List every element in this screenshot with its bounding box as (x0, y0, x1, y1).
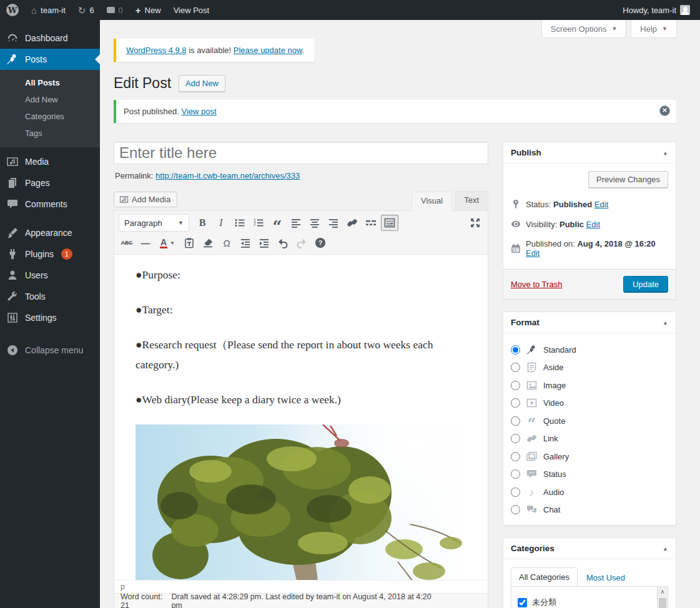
chevron-down-icon: ▼ (178, 220, 184, 226)
tab-visual[interactable]: Visual (412, 192, 452, 211)
numbered-list-button[interactable]: 12 (250, 215, 267, 231)
sidebar-item-posts[interactable]: Posts (0, 49, 100, 70)
blockquote-button[interactable]: “ (269, 215, 286, 231)
site-name-menu[interactable]: ⌂ team-it (25, 0, 72, 20)
bold-button[interactable]: B (194, 215, 211, 231)
sidebar-item-media[interactable]: Media (0, 151, 100, 172)
paragraph-format-dropdown[interactable]: Paragraph ▼ (119, 214, 189, 232)
toolbar-toggle-button[interactable] (381, 215, 398, 231)
my-account-menu[interactable]: Howdy, team-it (620, 0, 693, 20)
toggle-panel-icon[interactable]: ▲ (663, 546, 668, 552)
sidebar-item-settings[interactable]: Settings (0, 307, 100, 328)
format-radio-audio[interactable] (511, 488, 520, 497)
category-list-scrollbar[interactable]: ˄ (657, 587, 668, 608)
help-button[interactable]: Help ▼ (631, 20, 677, 38)
update-now-link[interactable]: Please update now (234, 46, 302, 55)
format-radio-quote[interactable] (511, 416, 520, 426)
format-option-audio[interactable]: ♪ Audio (511, 483, 668, 501)
insert-link-button[interactable] (343, 215, 361, 231)
format-radio-chat[interactable] (511, 505, 520, 514)
format-option-status[interactable]: Status (511, 466, 668, 484)
wordpress-logo-menu[interactable]: W (0, 0, 25, 20)
decrease-indent-button[interactable] (237, 235, 254, 251)
format-option-aside[interactable]: Aside (511, 359, 668, 377)
format-radio-video[interactable] (511, 398, 520, 408)
screen-options-button[interactable]: Screen Options ▼ (541, 20, 627, 38)
sidebar-item-plugins[interactable]: Plugins 1 (0, 243, 100, 265)
comments-menu[interactable]: 0 (101, 0, 129, 20)
tab-all-categories[interactable]: All Categories (511, 567, 578, 587)
move-to-trash-link[interactable]: Move to Trash (511, 280, 562, 289)
format-option-video[interactable]: Video (511, 395, 668, 413)
format-radio-gallery[interactable] (511, 452, 520, 461)
format-option-image[interactable]: Image (511, 376, 668, 395)
edit-status-link[interactable]: Edit (594, 200, 608, 209)
insert-more-tag-button[interactable] (362, 215, 380, 231)
sidebar-item-all-posts[interactable]: All Posts (0, 74, 100, 91)
post-title-input[interactable] (114, 142, 488, 164)
format-option-gallery[interactable]: Gallery (511, 448, 668, 466)
format-radio-status[interactable] (511, 469, 520, 479)
align-left-button[interactable] (287, 215, 305, 231)
view-post-menu[interactable]: View Post (167, 0, 216, 20)
sidebar-item-tools[interactable]: Tools (0, 286, 100, 307)
categories-box-header[interactable]: Categories ▲ (503, 538, 676, 559)
toggle-panel-icon[interactable]: ▲ (663, 320, 668, 326)
editor-element-path[interactable]: p (114, 580, 488, 593)
format-option-standard[interactable]: Standard (511, 341, 668, 359)
format-radio-link[interactable] (511, 434, 520, 443)
category-item[interactable]: 未分類 (518, 594, 650, 608)
sidebar-item-comments[interactable]: Comments (0, 194, 100, 215)
keyboard-shortcuts-button[interactable]: ? (312, 235, 329, 251)
sidebar-item-dashboard[interactable]: Dashboard (0, 27, 100, 49)
sidebar-item-categories[interactable]: Categories (0, 108, 100, 125)
autosave-message: Draft saved at 4:28:29 pm. Last edited b… (171, 592, 488, 608)
collapse-menu-button[interactable]: Collapse menu (0, 340, 100, 361)
sidebar-item-add-new[interactable]: Add New (0, 91, 100, 108)
tab-most-used[interactable]: Most Used (578, 569, 634, 587)
bulleted-list-button[interactable] (231, 215, 249, 231)
paste-as-text-button[interactable] (180, 235, 198, 251)
special-character-button[interactable]: Ω (218, 235, 235, 251)
italic-button[interactable]: I (212, 215, 230, 231)
wordpress-version-link[interactable]: WordPress 4.9.8 (126, 46, 187, 55)
publish-box-header[interactable]: Publish ▲ (503, 142, 676, 164)
align-center-button[interactable] (306, 215, 323, 231)
format-option-chat[interactable]: Chat (511, 501, 668, 519)
sidebar-item-users[interactable]: Users (0, 265, 100, 286)
format-box-header[interactable]: Format ▲ (503, 312, 676, 333)
strikethrough-button[interactable]: ABC (118, 235, 136, 251)
view-post-link[interactable]: View post (182, 107, 217, 116)
format-radio-standard[interactable] (511, 345, 520, 355)
edit-visibility-link[interactable]: Edit (586, 220, 600, 229)
post-status-icon (511, 199, 521, 209)
updates-menu[interactable]: ↻ 6 (72, 0, 101, 20)
align-right-button[interactable] (325, 215, 342, 231)
horizontal-rule-button[interactable]: — (137, 235, 154, 251)
scroll-up-icon[interactable]: ˄ (658, 587, 668, 597)
category-checkbox[interactable] (518, 598, 527, 607)
add-media-button[interactable]: Add Media (114, 192, 177, 207)
clear-formatting-button[interactable] (199, 235, 217, 251)
new-content-menu[interactable]: + New (129, 0, 167, 20)
distraction-free-button[interactable] (466, 215, 484, 231)
undo-button[interactable] (274, 235, 292, 251)
sidebar-item-tags[interactable]: Tags (0, 125, 100, 142)
permalink-link[interactable]: http://team-it.cwb-team.net/archives/333 (155, 171, 300, 180)
sidebar-item-pages[interactable]: Pages (0, 172, 100, 194)
toggle-panel-icon[interactable]: ▲ (663, 150, 668, 156)
format-radio-aside[interactable] (511, 363, 520, 372)
increase-indent-button[interactable] (255, 235, 273, 251)
update-button[interactable]: Update (623, 276, 668, 293)
tab-text[interactable]: Text (455, 191, 488, 210)
format-radio-image[interactable] (511, 381, 520, 390)
edit-schedule-link[interactable]: Edit (526, 248, 540, 258)
redo-button[interactable] (293, 235, 310, 251)
sidebar-item-appearance[interactable]: Appearance (0, 222, 100, 243)
preview-changes-button[interactable]: Preview Changes (588, 171, 668, 188)
dismiss-notice-icon[interactable]: ✕ (659, 105, 670, 116)
add-new-post-button[interactable]: Add New (179, 75, 225, 92)
editor-content-area[interactable]: ●Purpose: ●Target: ●Research request（Ple… (114, 255, 488, 580)
text-color-button[interactable]: A ▼ (155, 235, 179, 251)
format-option-quote[interactable]: “ Quote (511, 412, 668, 430)
